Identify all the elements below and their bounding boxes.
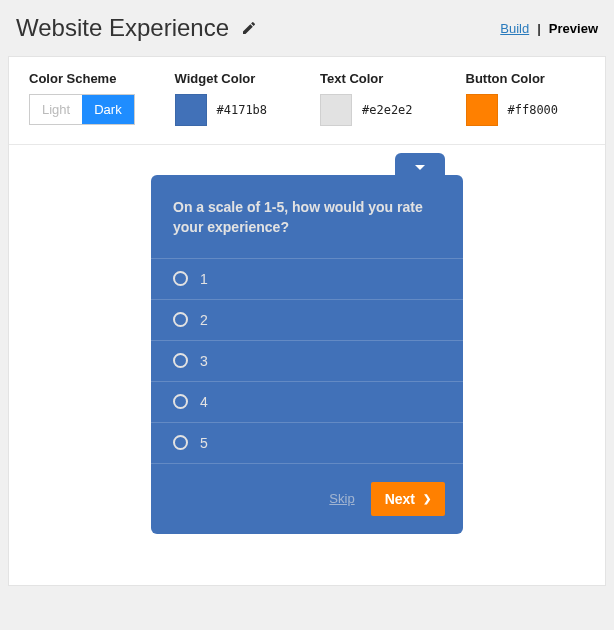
text-color-value: #e2e2e2 (362, 103, 413, 117)
config-button-color: Button Color #ff8000 (466, 71, 586, 126)
config-text-color: Text Color #e2e2e2 (320, 71, 440, 126)
radio-icon (173, 353, 188, 368)
button-color-value: #ff8000 (508, 103, 559, 117)
radio-icon (173, 394, 188, 409)
widget-footer: Skip Next ❯ (151, 463, 463, 534)
skip-link[interactable]: Skip (329, 491, 354, 506)
config-widget-color: Widget Color #4171b8 (175, 71, 295, 126)
widget-option[interactable]: 1 (151, 258, 463, 299)
widget-color-label: Widget Color (175, 71, 295, 86)
next-button[interactable]: Next ❯ (371, 482, 445, 516)
config-row: Color Scheme Light Dark Widget Color #41… (9, 57, 605, 145)
chevron-down-icon (415, 165, 425, 170)
edit-icon[interactable] (241, 20, 257, 36)
text-color-swatch[interactable] (320, 94, 352, 126)
widget-option-label: 1 (200, 271, 208, 287)
next-button-label: Next (385, 491, 415, 507)
radio-icon (173, 435, 188, 450)
button-color-swatch[interactable] (466, 94, 498, 126)
main-card: Color Scheme Light Dark Widget Color #41… (8, 56, 606, 586)
text-color-label: Text Color (320, 71, 440, 86)
tab-preview[interactable]: Preview (549, 21, 598, 36)
widget-option-label: 2 (200, 312, 208, 328)
scheme-option-dark[interactable]: Dark (82, 95, 133, 124)
widget-option[interactable]: 4 (151, 381, 463, 422)
radio-icon (173, 312, 188, 327)
survey-widget: On a scale of 1-5, how would you rate yo… (151, 175, 463, 534)
widget-question: On a scale of 1-5, how would you rate yo… (151, 175, 463, 258)
scheme-option-light[interactable]: Light (30, 95, 82, 124)
widget-option-label: 5 (200, 435, 208, 451)
widget-option[interactable]: 5 (151, 422, 463, 463)
tab-separator: | (537, 21, 541, 36)
page-title: Website Experience (16, 14, 229, 42)
widget-option[interactable]: 2 (151, 299, 463, 340)
mode-tabs: Build | Preview (500, 21, 598, 36)
widget-collapse-tab[interactable] (395, 153, 445, 181)
config-color-scheme: Color Scheme Light Dark (29, 71, 149, 126)
widget-option[interactable]: 3 (151, 340, 463, 381)
preview-area: On a scale of 1-5, how would you rate yo… (9, 145, 605, 585)
widget-options: 12345 (151, 258, 463, 463)
radio-icon (173, 271, 188, 286)
widget-color-value: #4171b8 (217, 103, 268, 117)
chevron-right-icon: ❯ (423, 493, 431, 504)
widget-option-label: 3 (200, 353, 208, 369)
widget-body: On a scale of 1-5, how would you rate yo… (151, 175, 463, 534)
page-header: Website Experience Build | Preview (8, 8, 606, 56)
widget-option-label: 4 (200, 394, 208, 410)
color-scheme-label: Color Scheme (29, 71, 149, 86)
color-scheme-toggle: Light Dark (29, 94, 135, 125)
button-color-label: Button Color (466, 71, 586, 86)
tab-build[interactable]: Build (500, 21, 529, 36)
widget-color-swatch[interactable] (175, 94, 207, 126)
